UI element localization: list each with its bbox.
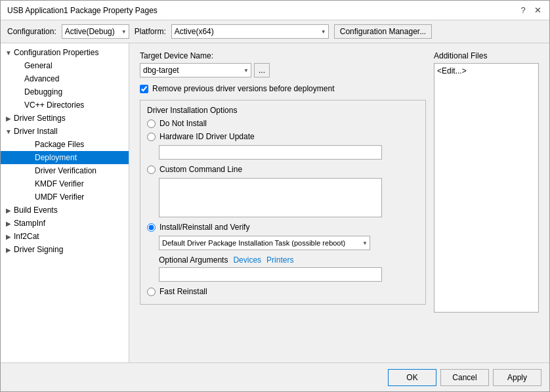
tree-item-driver-signing[interactable]: ▶ Driver Signing (1, 243, 129, 256)
tree-label-vc-dirs: VC++ Directories (24, 100, 84, 110)
bottom-bar: OK Cancel Apply (1, 362, 549, 391)
radio-custom-cmd-label: Custom Command Line (159, 165, 242, 174)
config-manager-button[interactable]: Configuration Manager... (334, 24, 432, 39)
radio-fast-reinstall[interactable] (147, 288, 156, 296)
main-content: ▼ Configuration Properties General Advan… (1, 43, 549, 362)
driver-install-group: Driver Installation Options Do Not Insta… (140, 100, 426, 305)
tree-label-package-files: Package Files (35, 140, 84, 149)
radio-fast-reinstall-label: Fast Reinstall (159, 287, 207, 296)
additional-files-box: <Edit...> (434, 63, 539, 313)
tree-item-vc-dirs[interactable]: VC++ Directories (1, 98, 129, 112)
radio-fast-reinstall-row: Fast Reinstall (147, 287, 419, 296)
target-device-select[interactable]: dbg-target (140, 63, 251, 77)
platform-label: Platform: (135, 27, 166, 36)
tree-label-kmdf-verifier: KMDF Verifier (35, 179, 84, 188)
driver-install-title: Driver Installation Options (147, 106, 419, 115)
tree-item-driver-install[interactable]: ▼ Driver Install (1, 125, 129, 138)
dialog: USB Application1 Package Property Pages … (0, 0, 550, 392)
radio-hardware-id-row: Hardware ID Driver Update (147, 132, 419, 141)
tree-label-driver-install: Driver Install (14, 127, 58, 136)
platform-select[interactable]: Active(x64) (171, 24, 329, 39)
radio-do-not-install-label: Do Not Install (159, 119, 207, 128)
radio-hardware-id[interactable] (147, 133, 156, 141)
target-device-label: Target Device Name: (140, 51, 426, 60)
browse-button[interactable]: ... (254, 63, 270, 77)
tree-label-deployment: Deployment (35, 153, 77, 162)
tree-label-build-events: Build Events (14, 206, 58, 215)
config-label: Configuration: (7, 27, 56, 36)
install-dropdown-wrapper: Default Driver Package Installation Task… (147, 236, 370, 250)
radio-custom-cmd[interactable] (147, 165, 156, 174)
custom-cmd-textarea[interactable] (159, 178, 382, 217)
tree-item-kmdf-verifier[interactable]: KMDF Verifier (1, 177, 129, 190)
radio-do-not-install[interactable] (147, 120, 156, 128)
optional-args-row: Optional Arguments Devices Printers (159, 255, 419, 265)
title-bar-controls: ? ✕ (518, 5, 543, 16)
target-device-row: dbg-target ... (140, 63, 426, 77)
tree-item-driver-settings[interactable]: ▶ Driver Settings (1, 112, 129, 125)
tree-item-package-files[interactable]: Package Files (1, 138, 129, 151)
devices-link[interactable]: Devices (233, 255, 261, 265)
remove-checkbox-row: Remove previous driver versions before d… (140, 84, 426, 93)
optional-args-input[interactable] (159, 267, 382, 282)
platform-select-wrapper: Active(x64) (171, 24, 329, 39)
additional-files-title: Additional Files (434, 51, 539, 60)
tree-item-stampinf[interactable]: ▶ StampInf (1, 217, 129, 230)
radio-install-reinstall-label: Install/Reinstall and Verify (159, 223, 249, 232)
close-button[interactable]: ✕ (532, 5, 543, 16)
config-select[interactable]: Active(Debug) (62, 24, 129, 39)
radio-install-reinstall[interactable] (147, 223, 156, 232)
radio-custom-cmd-row: Custom Command Line (147, 165, 419, 174)
config-bar: Configuration: Active(Debug) Platform: A… (1, 20, 549, 43)
expand-icon-build-events: ▶ (3, 207, 14, 214)
tree-label-driver-signing: Driver Signing (14, 245, 63, 254)
optional-args-label: Optional Arguments (159, 255, 228, 265)
tree-label-driver-settings: Driver Settings (14, 114, 66, 123)
radio-do-not-install-row: Do Not Install (147, 119, 419, 128)
printers-link[interactable]: Printers (266, 255, 293, 265)
help-button[interactable]: ? (518, 5, 528, 16)
tree-item-debugging[interactable]: Debugging (1, 85, 129, 98)
tree-item-general[interactable]: General (1, 59, 129, 72)
tree-item-advanced[interactable]: Advanced (1, 72, 129, 85)
tree-item-config-props[interactable]: ▼ Configuration Properties (1, 46, 129, 59)
tree-item-driver-verification[interactable]: Driver Verification (1, 164, 129, 177)
additional-files-edit: <Edit...> (437, 66, 467, 76)
expand-icon-stampinf: ▶ (3, 220, 14, 227)
cancel-button[interactable]: Cancel (440, 369, 489, 386)
tree-item-build-events[interactable]: ▶ Build Events (1, 204, 129, 217)
hardware-id-input[interactable] (159, 145, 382, 160)
right-col: Additional Files <Edit...> (434, 51, 539, 313)
tree-label-advanced: Advanced (24, 74, 59, 83)
radio-install-reinstall-row: Install/Reinstall and Verify (147, 223, 419, 232)
tree-item-umdf-verifier[interactable]: UMDF Verifier (1, 190, 129, 204)
tree-label-stampinf: StampInf (14, 219, 45, 228)
config-select-wrapper: Active(Debug) (62, 24, 129, 39)
tree-label-umdf-verifier: UMDF Verifier (35, 192, 84, 202)
tree-label-general: General (24, 61, 53, 70)
tree-label-config-props: Configuration Properties (14, 48, 98, 57)
remove-checkbox-label: Remove previous driver versions before d… (152, 84, 334, 93)
tree-item-inf2cat[interactable]: ▶ Inf2Cat (1, 230, 129, 243)
title-bar: USB Application1 Package Property Pages … (1, 1, 549, 20)
remove-checkbox[interactable] (140, 85, 148, 93)
tree-label-debugging: Debugging (24, 87, 62, 97)
tree-panel: ▼ Configuration Properties General Advan… (1, 43, 129, 362)
expand-icon-driver-install: ▼ (3, 128, 14, 135)
tree-label-driver-verification: Driver Verification (35, 166, 96, 175)
dialog-title: USB Application1 Package Property Pages (7, 6, 158, 15)
right-panel: Target Device Name: dbg-target ... Remov… (129, 43, 549, 362)
left-col: Target Device Name: dbg-target ... Remov… (140, 51, 426, 313)
expand-icon-driver-signing: ▶ (3, 246, 14, 253)
ok-button[interactable]: OK (388, 369, 436, 386)
tree-item-deployment[interactable]: Deployment (1, 151, 129, 164)
expand-icon-config-props: ▼ (3, 49, 14, 56)
content-columns: Target Device Name: dbg-target ... Remov… (140, 51, 539, 313)
tree-label-inf2cat: Inf2Cat (14, 232, 39, 241)
target-select-wrapper: dbg-target (140, 63, 251, 77)
apply-button[interactable]: Apply (493, 369, 541, 386)
radio-hardware-id-label: Hardware ID Driver Update (159, 132, 255, 141)
install-dropdown[interactable]: Default Driver Package Installation Task… (159, 236, 370, 250)
expand-icon-inf2cat: ▶ (3, 233, 14, 240)
expand-icon-driver-settings: ▶ (3, 115, 14, 122)
